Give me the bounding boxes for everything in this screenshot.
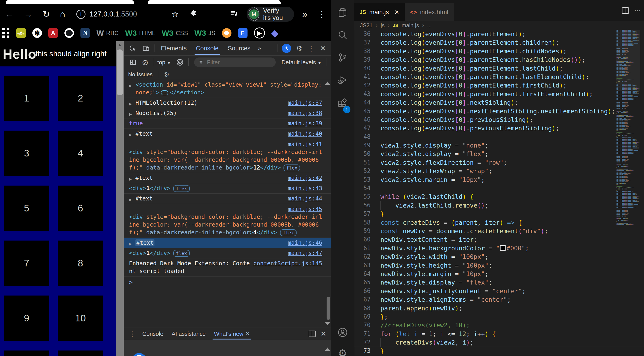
bookmark-item[interactable]: ▶ [254,27,265,38]
ai-assistant-icon[interactable] [282,44,291,53]
color-swatch[interactable] [500,245,506,251]
bookmark-item[interactable] [64,28,74,38]
code-line[interactable]: 39console.log(evenDivs[0].parentElement.… [354,55,644,64]
code-line[interactable]: 59const newDiv = document.createElement(… [354,227,644,235]
split-editor-icon[interactable] [622,7,629,14]
search-icon[interactable] [331,30,354,40]
bookmark-item[interactable]: A [48,28,58,38]
editor-tab-index.html[interactable]: <>index.html [405,3,454,21]
code-line[interactable]: 60newDiv.textContent = iter; [354,235,644,244]
browser-tab[interactable] [148,0,281,4]
site-info-icon[interactable]: i [76,10,86,19]
drawer-scroll-up-icon[interactable] [325,348,330,351]
code-line[interactable]: 43console.log(evenDivs[0].parentElement.… [354,90,644,98]
reload-icon[interactable]: ↻ [43,10,50,18]
console-entry[interactable]: Enhanced Dark Mode Extension: Content sc… [124,258,332,277]
inspect-element-icon[interactable] [130,45,137,52]
tab-overflow-icon[interactable]: » [258,45,261,52]
page-scrollbar[interactable]: ▲ [116,41,124,356]
console-entry[interactable]: ▶#textmain.js:44 [124,194,332,204]
bookmark-item[interactable]: N [80,28,90,38]
bookmark-item[interactable]: F [238,28,248,38]
source-link[interactable]: main.js:42 [288,174,322,182]
code-line[interactable]: 37console.log(evenDivs[0].parentElement.… [354,38,644,47]
bookmark-item[interactable]: ▲TMCC [16,28,26,38]
source-link[interactable]: main.js:45 [288,206,322,212]
code-line[interactable]: 62newDiv.style.width = "100px"; [354,253,644,261]
forward-icon[interactable]: → [24,10,32,18]
expand-arrow-icon[interactable]: ▶ [129,196,132,204]
code-line[interactable]: 47console.log(evenDivs[0].previousElemen… [354,124,644,132]
bookmark-item[interactable]: ◆ [271,28,278,38]
bookmark-item[interactable] [2,28,10,38]
code-line[interactable]: 44console.log(evenDivs[0].nextSibling); [354,98,644,107]
tab-close-icon[interactable]: ✕ [394,9,399,15]
code-line[interactable]: 57} [354,210,644,218]
source-link[interactable]: main.js:41 [288,141,322,148]
console-entry[interactable]: ▶HTMLCollection(12)main.js:37 [124,98,332,108]
code-line[interactable]: 69}; [354,313,644,321]
code-line[interactable]: 71for (let i = 1; i <= 12; i++) { [354,330,644,338]
bookmark-item[interactable]: W3HTML [125,29,156,37]
console-entry[interactable]: truemain.js:39 [124,118,332,129]
clear-console-icon[interactable]: ⊘ [142,58,148,67]
code-line[interactable]: 48 [354,133,644,141]
code-line[interactable]: 61newDiv.style.backgroundColor = "#000"; [354,244,644,253]
code-line[interactable]: 46console.log(evenDivs[0].previousSiblin… [354,115,644,124]
code-line[interactable]: 42console.log(evenDivs[0].parentElement.… [354,81,644,90]
code-line[interactable]: 54 [354,184,644,192]
code-line[interactable]: 63newDiv.style.height = "100px"; [354,261,644,270]
run-debug-icon[interactable] [331,75,354,85]
code-editor[interactable]: 36console.log(evenDivs[0].parentElement)… [354,30,644,356]
drawer-kebab-icon[interactable]: ⋮ [129,330,136,338]
profile-verify-button[interactable]: M Verify it's you [246,7,294,22]
log-levels-dropdown[interactable]: Default levels ▼ [282,59,322,66]
console-filter[interactable] [194,57,276,67]
console-entry[interactable]: ▶#textmain.js:46 [124,238,332,248]
console-entry[interactable]: main.js:45<div style="background-color: … [124,204,332,238]
bookmark-item[interactable] [222,28,232,38]
source-link[interactable]: main.js:40 [288,130,322,138]
code-line[interactable]: 68parent.append(newDiv); [354,304,644,313]
console-entry[interactable]: <div>1</div>flexmain.js:47 [124,248,332,258]
flex-badge[interactable]: flex [173,250,190,257]
drawer-tab[interactable]: Console [138,328,168,340]
code-line[interactable]: 41console.log(evenDivs[0].parentElement.… [354,73,644,81]
devtools-tab-sources[interactable]: Sources [223,41,255,55]
context-selector[interactable]: top ▼ [158,59,171,66]
bookmark-item[interactable]: ✻ [32,28,42,38]
devtools-settings-gear-icon[interactable]: ⚙ [296,44,302,52]
code-line[interactable]: 64newDiv.style.margin = "10px"; [354,270,644,278]
console-sidebar-icon[interactable] [130,59,136,66]
source-link[interactable]: main.js:37 [288,99,322,107]
code-line[interactable]: 45console.log(evenDivs[0].nextElementSib… [354,107,644,115]
code-line[interactable]: 36console.log(evenDivs[0].parentElement)… [354,30,644,38]
drawer-tab[interactable]: AI assistance [168,328,210,340]
browser-menu-kebab-icon[interactable]: ⋮ [318,10,326,18]
expand-arrow-icon[interactable]: ▶ [129,175,132,183]
settings-gear-icon[interactable]: ⚙ [331,347,354,356]
breadcrumb-item[interactable]: JS21 [360,22,373,29]
reading-list-icon[interactable] [230,9,238,19]
back-icon[interactable]: ← [5,10,14,18]
code-line[interactable]: 73} [354,347,644,355]
expand-arrow-icon[interactable]: ▶ [129,240,132,248]
code-line[interactable]: 49view1.style.display = "none"; [354,141,644,150]
console-entry[interactable]: ▶#textmain.js:40 [124,129,332,139]
issues-count[interactable]: No Issues [128,71,153,78]
bookmark-item[interactable]: WRBC [96,29,119,37]
drawer-tab[interactable]: What's new✕ [210,328,254,340]
explorer-icon[interactable] [331,7,354,18]
flex-badge[interactable]: flex [280,229,296,236]
code-line[interactable]: 70//createDivs(view2, 10); [354,321,644,330]
source-link[interactable]: contentScript.js:145 [253,260,322,267]
expand-arrow-icon[interactable]: ▶ [129,100,132,108]
source-link[interactable]: main.js:47 [288,249,322,257]
address-bar[interactable]: i 127.0.0.1 :5500 [76,10,137,19]
home-icon[interactable]: ⌂ [60,10,65,18]
breadcrumb-item[interactable]: main.js [402,22,419,29]
flex-badge[interactable]: flex [284,164,300,171]
drawer-split-panel-icon[interactable] [309,331,316,337]
source-link[interactable]: main.js:39 [288,120,322,127]
code-line[interactable]: 56 view2.lastChild.remove(); [354,201,644,210]
